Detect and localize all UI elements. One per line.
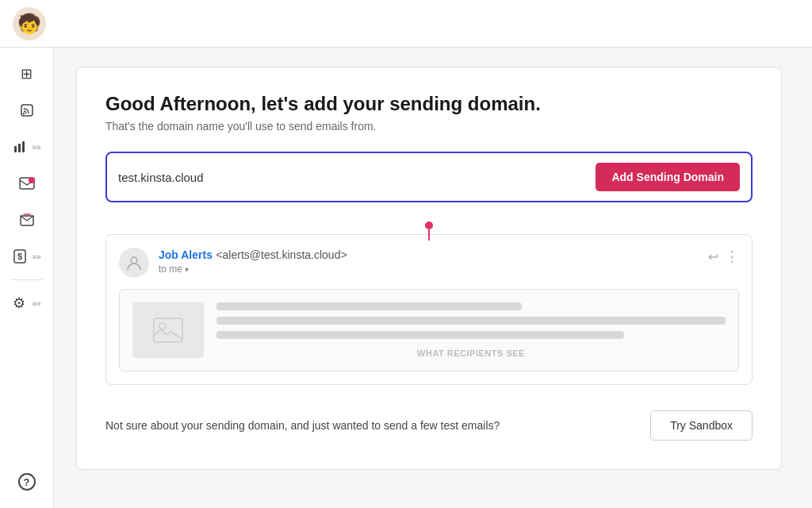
dashboard-icon: ⊞ xyxy=(21,65,33,83)
rss-icon xyxy=(20,103,34,117)
email-header: Job Alerts <alerts@test.kinsta.cloud> to… xyxy=(119,248,739,278)
analytics-icon xyxy=(13,140,27,154)
try-sandbox-button[interactable]: Try Sandbox xyxy=(650,410,753,441)
add-domain-button[interactable]: Add Sending Domain xyxy=(596,163,740,191)
svg-rect-0 xyxy=(21,105,33,116)
billing-chevron: » xyxy=(32,252,40,261)
sidebar-item-campaigns[interactable] xyxy=(8,203,46,237)
svg-rect-2 xyxy=(14,146,17,152)
settings-chevron: » xyxy=(32,299,40,308)
bottom-section: Not sure about your sending domain, and … xyxy=(105,407,753,441)
sidebar-item-analytics[interactable]: » xyxy=(8,130,46,164)
content-area: Good Afternoon, let's add your sending d… xyxy=(54,48,812,508)
sidebar-item-rss[interactable] xyxy=(8,94,46,127)
preview-label: WHAT RECIPIENTS SEE xyxy=(216,348,726,358)
help-icon: ? xyxy=(18,473,36,491)
email-from-line: Job Alerts <alerts@test.kinsta.cloud> xyxy=(159,248,699,262)
sandbox-description: Not sure about your sending domain, and … xyxy=(105,418,500,434)
page-title: Good Afternoon, let's add your sending d… xyxy=(105,93,753,115)
email-to-chevron[interactable]: ▾ xyxy=(185,265,189,274)
more-options-icon[interactable]: ⋮ xyxy=(725,248,739,265)
sidebar-item-settings[interactable]: ⚙ » xyxy=(8,287,46,320)
sidebar-item-dashboard[interactable]: ⊞ xyxy=(8,57,46,90)
preview-bar-3 xyxy=(216,331,624,339)
svg-point-11 xyxy=(159,323,166,329)
header: 🧒 xyxy=(0,0,812,48)
preview-bar-2 xyxy=(216,317,726,325)
email-body-preview: WHAT RECIPIENTS SEE xyxy=(119,289,739,371)
sidebar-item-billing[interactable]: $ » xyxy=(8,240,46,273)
email-preview-card: Job Alerts <alerts@test.kinsta.cloud> to… xyxy=(105,234,753,385)
domain-input-wrapper: Add Sending Domain xyxy=(105,152,753,202)
avatar[interactable]: 🧒 xyxy=(13,7,46,40)
email-sender-address: <alerts@test.kinsta.cloud> xyxy=(216,248,347,261)
preview-content: WHAT RECIPIENTS SEE xyxy=(216,302,726,358)
connector-line xyxy=(428,229,430,241)
sidebar-divider xyxy=(11,279,43,280)
email-from-info: Job Alerts <alerts@test.kinsta.cloud> to… xyxy=(159,248,699,275)
analytics-chevron: » xyxy=(32,143,40,152)
connector-dot xyxy=(425,221,433,229)
email-icon xyxy=(19,177,35,190)
main-layout: ⊞ » xyxy=(0,48,812,508)
connector xyxy=(105,221,753,241)
page-subtitle: That's the domain name you'll use to sen… xyxy=(105,120,753,133)
domain-input[interactable] xyxy=(118,171,586,184)
preview-bar-1 xyxy=(216,302,522,310)
svg-point-9 xyxy=(131,257,137,264)
email-avatar xyxy=(119,248,149,278)
sidebar-item-email[interactable] xyxy=(8,167,46,200)
billing-icon: $ xyxy=(13,248,27,264)
svg-rect-4 xyxy=(22,141,25,152)
email-sender-name: Job Alerts xyxy=(159,248,213,261)
svg-point-1 xyxy=(22,113,24,114)
svg-text:$: $ xyxy=(17,252,21,261)
email-to: to me ▾ xyxy=(159,264,699,275)
svg-point-6 xyxy=(29,177,35,183)
svg-rect-3 xyxy=(18,144,21,152)
email-actions: ↩ ⋮ xyxy=(708,248,739,265)
sidebar-item-help[interactable]: ? xyxy=(8,465,46,498)
campaigns-icon xyxy=(19,213,35,227)
preview-image-placeholder xyxy=(132,302,204,358)
reply-icon[interactable]: ↩ xyxy=(708,249,718,264)
settings-icon: ⚙ xyxy=(13,294,25,312)
main-card: Good Afternoon, let's add your sending d… xyxy=(76,67,782,470)
sidebar: ⊞ » xyxy=(0,48,54,508)
svg-rect-10 xyxy=(154,318,182,342)
